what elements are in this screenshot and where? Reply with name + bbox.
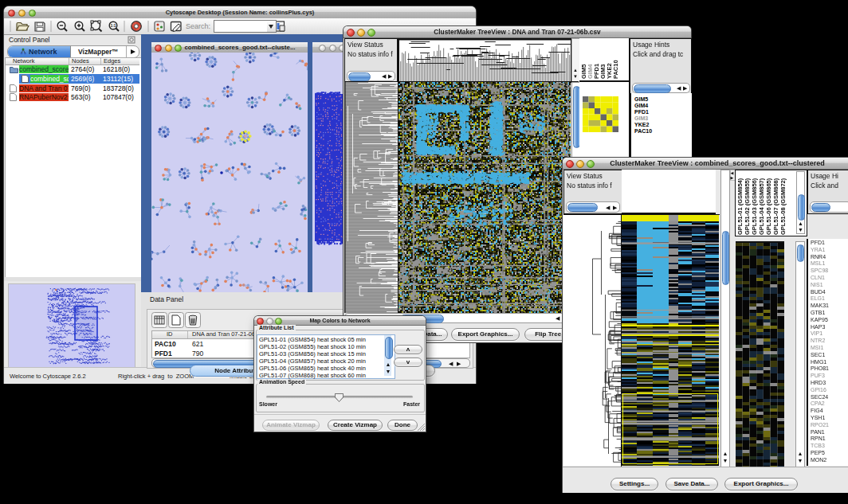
svg-text:1:1: 1:1 [110, 23, 116, 28]
